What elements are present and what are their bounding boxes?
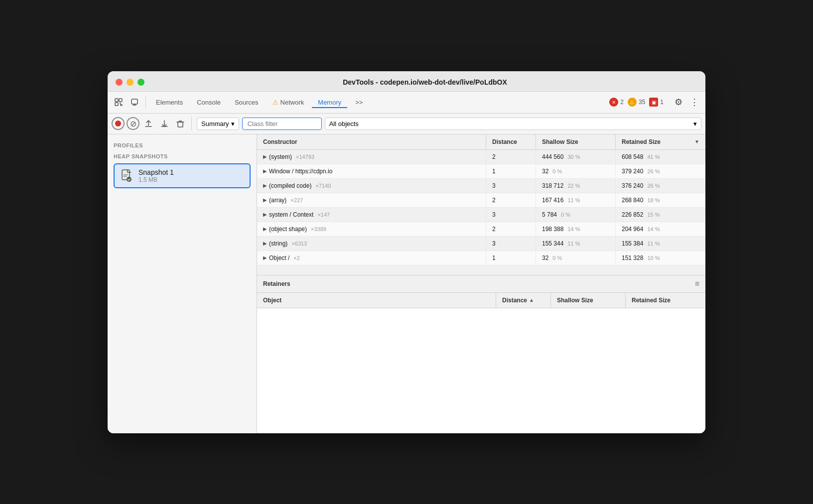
retainers-title: Retainers bbox=[263, 280, 290, 287]
constructor-cell: ▶ (array) ×227 bbox=[257, 193, 486, 207]
info-badge: ▣ bbox=[649, 98, 658, 107]
retainers-col-retained[interactable]: Retained Size bbox=[626, 293, 705, 308]
constructor-cell: ▶ (string) ×6313 bbox=[257, 237, 486, 251]
tab-network[interactable]: ⚠ Network bbox=[267, 97, 310, 108]
table-row[interactable]: ▶ (object shape) ×3389 2 198 388 14 % 20… bbox=[257, 222, 705, 237]
constructor-cell: ▶ (system) ×14793 bbox=[257, 150, 486, 164]
tab-memory[interactable]: Memory bbox=[312, 97, 347, 108]
retained-cell: 376 240 26 % bbox=[616, 179, 705, 193]
expand-icon[interactable]: ▶ bbox=[263, 255, 267, 260]
retained-cell: 268 840 18 % bbox=[616, 193, 705, 207]
objects-chevron-icon: ▾ bbox=[693, 120, 697, 127]
table-body: ▶ (system) ×14793 2 444 560 30 % 608 548… bbox=[257, 150, 705, 275]
col-shallow-size[interactable]: Shallow Size bbox=[536, 134, 616, 149]
retained-cell: 608 548 41 % bbox=[616, 150, 705, 164]
snapshot-size: 1.5 MB bbox=[138, 176, 174, 183]
expand-icon[interactable]: ▶ bbox=[263, 154, 267, 159]
shallow-cell: 32 0 % bbox=[536, 251, 616, 265]
retainers-col-object[interactable]: Object bbox=[257, 293, 496, 308]
collect-garbage-button[interactable] bbox=[173, 117, 187, 130]
retainers-menu-icon[interactable]: ≡ bbox=[695, 279, 699, 288]
record-button[interactable] bbox=[112, 117, 125, 130]
main-toolbar: Elements Console Sources ⚠ Network Memor… bbox=[108, 92, 705, 114]
shallow-cell: 32 0 % bbox=[536, 164, 616, 178]
shallow-cell: 444 560 30 % bbox=[536, 150, 616, 164]
table-row[interactable]: ▶ (string) ×6313 3 155 344 11 % 155 384 … bbox=[257, 237, 705, 251]
info-count: 1 bbox=[660, 99, 664, 106]
class-filter-input[interactable] bbox=[242, 118, 322, 130]
retainers-col-distance[interactable]: Distance ▲ bbox=[496, 293, 551, 308]
snapshot-name: Snapshot 1 bbox=[138, 168, 174, 176]
close-button[interactable] bbox=[116, 79, 123, 86]
retained-cell: 204 964 14 % bbox=[616, 222, 705, 236]
retained-cell: 379 240 26 % bbox=[616, 164, 705, 178]
upload-button[interactable] bbox=[141, 117, 155, 130]
minimize-button[interactable] bbox=[127, 79, 134, 86]
constructor-cell: ▶ system / Context ×147 bbox=[257, 208, 486, 222]
expand-icon[interactable]: ▶ bbox=[263, 183, 267, 188]
retained-cell: 226 852 15 % bbox=[616, 208, 705, 222]
table-row[interactable]: ▶ Object / ×2 1 32 0 % 151 328 10 % bbox=[257, 251, 705, 265]
record-dot-icon bbox=[115, 121, 121, 126]
sub-toolbar: ⊘ Summary ▾ bbox=[108, 114, 705, 134]
svg-point-6 bbox=[127, 177, 132, 182]
constructor-cell: ▶ Window / https://cdpn.io bbox=[257, 164, 486, 178]
snapshot-file-icon bbox=[120, 169, 134, 183]
expand-icon[interactable]: ▶ bbox=[263, 226, 267, 232]
table-row[interactable]: ▶ system / Context ×147 3 5 784 0 % 226 … bbox=[257, 208, 705, 222]
retainers-col-shallow[interactable]: Shallow Size bbox=[551, 293, 626, 308]
retainers-header: Retainers ≡ bbox=[257, 275, 705, 293]
network-warning-icon: ⚠ bbox=[272, 99, 278, 106]
traffic-lights bbox=[116, 79, 144, 86]
distance-cell: 2 bbox=[486, 150, 536, 164]
distance-cell: 1 bbox=[486, 164, 536, 178]
svg-rect-2 bbox=[115, 103, 118, 106]
table-row[interactable]: ▶ Window / https://cdpn.io 1 32 0 % 379 … bbox=[257, 164, 705, 179]
col-retained-size[interactable]: Retained Size ▼ bbox=[616, 134, 705, 149]
col-distance[interactable]: Distance bbox=[486, 134, 536, 149]
more-tabs-button[interactable]: >> bbox=[349, 97, 369, 108]
window-title: DevTools - codepen.io/web-dot-dev/live/P… bbox=[152, 78, 697, 86]
tab-elements[interactable]: Elements bbox=[150, 97, 189, 108]
svg-rect-4 bbox=[178, 122, 183, 127]
table-row[interactable]: ▶ (array) ×227 2 167 416 11 % 268 840 18… bbox=[257, 193, 705, 208]
warn-badge: ⚠ bbox=[628, 98, 637, 107]
recording-controls: ⊘ bbox=[112, 117, 192, 130]
shallow-cell: 167 416 11 % bbox=[536, 193, 616, 207]
toolbar-divider-1 bbox=[145, 96, 146, 108]
objects-dropdown[interactable]: All objects ▾ bbox=[325, 118, 701, 130]
devtools-window: DevTools - codepen.io/web-dot-dev/live/P… bbox=[108, 71, 705, 433]
retained-cell: 151 328 10 % bbox=[616, 251, 705, 265]
snapshot-item[interactable]: Snapshot 1 1.5 MB bbox=[114, 163, 251, 188]
distance-cell: 2 bbox=[486, 222, 536, 236]
clear-button[interactable]: ⊘ bbox=[127, 117, 139, 130]
download-button[interactable] bbox=[157, 117, 171, 130]
expand-icon[interactable]: ▶ bbox=[263, 197, 267, 203]
table-row[interactable]: ▶ (compiled code) ×7140 3 318 712 22 % 3… bbox=[257, 179, 705, 193]
distance-cell: 3 bbox=[486, 237, 536, 251]
distance-cell: 2 bbox=[486, 193, 536, 207]
constructor-cell: ▶ (object shape) ×3389 bbox=[257, 222, 486, 236]
inspect-icon[interactable] bbox=[128, 95, 141, 109]
retained-cell: 155 384 11 % bbox=[616, 237, 705, 251]
error-badge-row: ✕ 2 bbox=[609, 98, 624, 107]
cursor-icon[interactable] bbox=[112, 95, 126, 109]
retainers-table-header: Object Distance ▲ Shallow Size Retained … bbox=[257, 293, 705, 308]
expand-icon[interactable]: ▶ bbox=[263, 241, 267, 246]
tab-sources[interactable]: Sources bbox=[229, 97, 265, 108]
sort-descending-icon: ▼ bbox=[694, 139, 699, 144]
table-row[interactable]: ▶ (system) ×14793 2 444 560 30 % 608 548… bbox=[257, 150, 705, 164]
tab-console[interactable]: Console bbox=[191, 97, 227, 108]
summary-chevron-icon: ▾ bbox=[231, 120, 235, 127]
error-badge: ✕ bbox=[609, 98, 618, 107]
summary-dropdown[interactable]: Summary ▾ bbox=[197, 118, 239, 130]
shallow-cell: 318 712 22 % bbox=[536, 179, 616, 193]
expand-icon[interactable]: ▶ bbox=[263, 168, 267, 174]
settings-button[interactable]: ⚙ bbox=[672, 95, 685, 109]
more-options-button[interactable]: ⋮ bbox=[687, 95, 701, 109]
maximize-button[interactable] bbox=[137, 79, 144, 86]
content-area: Profiles HEAP SNAPSHOTS Snapshot 1 1.5 M… bbox=[108, 134, 705, 433]
shallow-cell: 155 344 11 % bbox=[536, 237, 616, 251]
sidebar: Profiles HEAP SNAPSHOTS Snapshot 1 1.5 M… bbox=[108, 134, 257, 433]
expand-icon[interactable]: ▶ bbox=[263, 212, 267, 217]
